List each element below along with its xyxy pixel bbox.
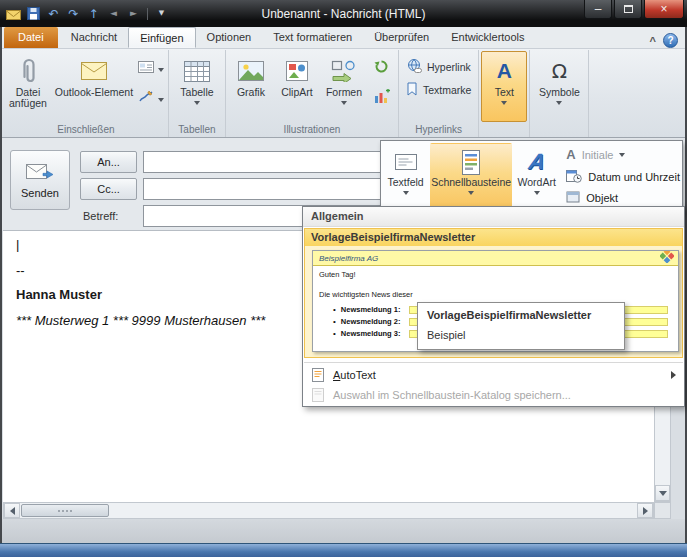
omega-icon: Ω (552, 60, 567, 82)
dropdown-arrow-icon (619, 153, 625, 157)
menu-item-autotext[interactable]: AutoText (303, 365, 684, 385)
dropdown-arrow-icon (341, 101, 347, 105)
send-mail-icon (26, 161, 54, 183)
wordart-button[interactable]: A WordArt (514, 143, 559, 210)
tab-optionen[interactable]: Optionen (196, 27, 263, 48)
dropdown-arrow-icon (501, 101, 507, 105)
cc-button[interactable]: Cc... (80, 178, 137, 200)
subject-label: Betreff: (80, 210, 137, 222)
textbox-button[interactable]: Textfeld (383, 143, 428, 210)
group-label-hyperlinks: Hyperlinks (399, 123, 478, 137)
envelope-icon (81, 55, 107, 87)
save-selection-label: Auswahl im Schnellbaustein-Katalog speic… (333, 389, 571, 401)
shapes-button[interactable]: Formen (320, 51, 368, 122)
up-arrow-icon[interactable]: ↑ (85, 5, 102, 22)
autotext-icon (303, 368, 333, 382)
tab-einfuegen[interactable]: Einfügen (128, 27, 195, 48)
picture-button[interactable]: Grafik (228, 51, 274, 122)
symbols-button[interactable]: Ω Symbole (532, 51, 586, 122)
bullet-label: Newsmeldung 3: (341, 329, 403, 338)
message-app-icon (5, 5, 22, 22)
tab-nachricht[interactable]: Nachricht (60, 27, 128, 48)
window-controls: – × (582, 0, 684, 19)
drop-cap-button[interactable]: A Initiale (561, 145, 680, 165)
chart-icon (374, 89, 390, 108)
bullet-label: Newsmeldung 2: (341, 317, 403, 326)
outlook-item-button[interactable]: Outlook-Element (50, 51, 138, 122)
shapes-icon (331, 55, 357, 87)
send-button[interactable]: Senden (10, 150, 70, 210)
tab-entwicklertools[interactable]: Entwicklertools (440, 27, 535, 48)
picture-label: Grafik (237, 87, 265, 98)
maximize-button[interactable] (614, 0, 642, 19)
dropdown-arrow-icon (158, 98, 164, 102)
undo-icon[interactable]: ↶ (45, 5, 62, 22)
bullet-icon: • (333, 318, 336, 326)
scroll-left-button[interactable] (4, 503, 20, 518)
scroll-right-button[interactable] (637, 503, 653, 518)
signature-button[interactable] (138, 85, 166, 111)
textbox-label: Textfeld (387, 177, 423, 188)
hyperlink-button[interactable]: Hyperlink (401, 55, 476, 78)
chart-button[interactable] (368, 85, 396, 111)
to-button[interactable]: An... (80, 151, 137, 173)
tab-text-formatieren[interactable]: Text formatieren (262, 27, 363, 48)
cc-field[interactable] (143, 178, 381, 200)
customize-qat-icon[interactable]: ▼ (153, 5, 170, 22)
dropdown-arrow-icon (194, 101, 200, 105)
object-icon (566, 190, 580, 206)
to-row: An... (80, 151, 381, 173)
down-triangle-icon (659, 491, 667, 496)
send-label: Senden (21, 187, 59, 199)
einschliessen-small-buttons (138, 51, 166, 122)
minimize-ribbon-icon[interactable]: ^ (650, 36, 656, 46)
business-card-button[interactable] (138, 55, 166, 81)
next-item-icon[interactable]: ► (125, 5, 142, 22)
ribbon-tools: ^ ? (650, 33, 685, 48)
clipart-button[interactable]: ClipArt (274, 51, 320, 122)
tab-ueberpruefen[interactable]: Überprüfen (363, 27, 440, 48)
gallery-item-title: VorlageBeispielfirmaNewsletter (305, 229, 682, 246)
text-cursor: | (16, 237, 19, 252)
table-icon (184, 55, 210, 87)
quick-parts-button[interactable]: Schnellbausteine (430, 143, 512, 210)
picture-icon (238, 55, 264, 87)
preview-greeting: Guten Tag! (319, 270, 672, 279)
minimize-button[interactable]: – (584, 0, 612, 19)
close-button[interactable]: × (644, 0, 684, 19)
tab-datei[interactable]: Datei (4, 27, 58, 48)
textbox-icon (394, 147, 418, 177)
smartart-button[interactable] (368, 55, 396, 81)
scroll-down-button[interactable] (655, 485, 670, 501)
wordart-icon: A (526, 149, 546, 175)
qat-separator (147, 8, 148, 20)
save-icon[interactable] (25, 5, 42, 22)
group-hyperlinks: Hyperlink Textmarke Hyperlinks (399, 50, 479, 137)
right-triangle-icon (643, 507, 648, 515)
autotext-label: utoText (340, 369, 375, 381)
horizontal-scrollbar[interactable] (3, 502, 654, 519)
paperclip-icon (18, 55, 38, 87)
shapes-label: Formen (326, 87, 362, 98)
redo-icon[interactable]: ↷ (65, 5, 82, 22)
group-symbole: Ω Symbole (530, 50, 589, 137)
group-tabellen: Tabelle Tabellen (169, 50, 226, 137)
help-icon[interactable]: ? (663, 33, 678, 48)
table-button[interactable]: Tabelle (171, 51, 223, 122)
signature-name: Hanna Muster (16, 287, 102, 302)
text-group-button[interactable]: A Text (481, 51, 527, 122)
signature-separator: -- (16, 263, 25, 278)
menu-separator (304, 362, 683, 363)
message-window: ↶ ↷ ↑ ◄ ► ▼ Unbenannt - Nachricht (HTML)… (0, 0, 687, 557)
bookmark-button[interactable]: Textmarke (401, 78, 476, 101)
ribbon: Datei anfügen Outlook-Element (2, 49, 685, 138)
date-time-button[interactable]: Datum und Uhrzeit (561, 167, 680, 187)
dropdown-arrow-icon (403, 191, 409, 195)
menu-item-save-selection[interactable]: Auswahl im Schnellbaustein-Katalog speic… (303, 385, 684, 405)
attach-file-button[interactable]: Datei anfügen (6, 51, 50, 122)
group-label-illustrationen: Illustrationen (226, 123, 398, 137)
clipart-label: ClipArt (281, 87, 313, 98)
to-field[interactable] (143, 151, 381, 173)
previous-item-icon[interactable]: ◄ (105, 5, 122, 22)
horizontal-scroll-thumb[interactable] (21, 504, 109, 517)
